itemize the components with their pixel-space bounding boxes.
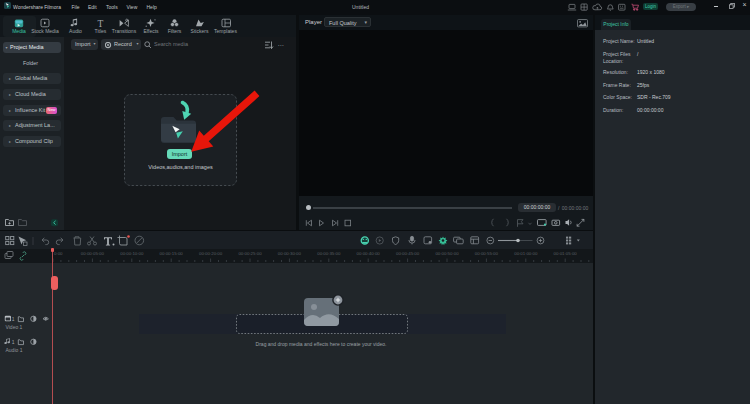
svg-text:1: 1 (12, 316, 15, 322)
svg-text:1: 1 (12, 339, 15, 345)
svg-text:Video 1: Video 1 (6, 324, 23, 330)
svg-text:Audio 1: Audio 1 (6, 347, 23, 353)
